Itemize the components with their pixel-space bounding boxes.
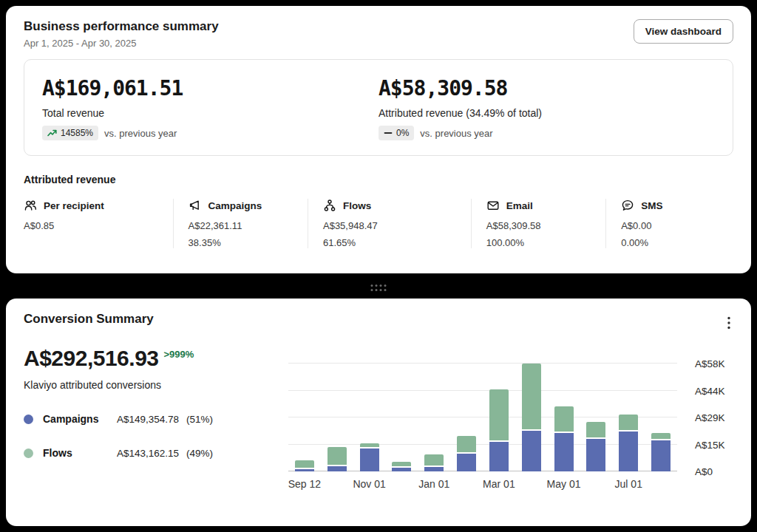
attributed-revenue-metric: A$58,309.58 Attributed revenue (34.49% o… — [378, 76, 715, 140]
attributed-revenue-change-badge: 0% — [378, 126, 414, 140]
flows-legend-dot — [24, 449, 33, 458]
flows-segment — [327, 447, 347, 466]
stacked-bar-5[interactable] — [450, 364, 483, 471]
y-axis-label: A$58K — [695, 358, 725, 369]
y-axis-label: A$29K — [695, 412, 725, 423]
kebab-menu-icon[interactable] — [724, 313, 733, 332]
flows-segment — [457, 436, 476, 454]
stat-value: A$35,948.47 — [323, 220, 461, 231]
stacked-bar-11[interactable] — [645, 364, 677, 471]
legend-label: Campaigns — [43, 413, 117, 425]
chat-bubble-icon — [621, 199, 634, 212]
conversions-subtitle: Klaviyo attributed conversions — [24, 379, 288, 391]
attributed-revenue-vs-text: vs. previous year — [420, 128, 492, 139]
stat-sms: SMS A$0.00 0.00% — [605, 199, 733, 248]
conversions-change: >999% — [164, 349, 194, 360]
date-range: Apr 1, 2025 - Apr 30, 2025 — [24, 38, 219, 49]
business-performance-card: Business performance summary Apr 1, 2025… — [6, 6, 751, 273]
legend-item-flows: Flows A$143,162.15 (49%) — [24, 447, 288, 459]
x-axis-label: Jan 01 — [418, 478, 449, 490]
conversions-total-value: A$292,516.93 — [24, 346, 159, 371]
stat-value: A$0.00 — [621, 220, 723, 231]
stat-label: Email — [506, 200, 533, 211]
flows-segment — [295, 460, 314, 469]
flows-segment — [522, 364, 541, 431]
stacked-bar-4[interactable] — [418, 364, 450, 471]
flows-segment — [619, 415, 638, 432]
flows-segment — [424, 454, 444, 466]
attributed-revenue-label: Attributed revenue (34.49% of total) — [378, 107, 715, 119]
attributed-revenue-change-value: 0% — [396, 128, 409, 138]
x-axis-label: Sep 12 — [288, 478, 321, 490]
people-icon — [24, 199, 37, 212]
stat-label: SMS — [641, 200, 662, 211]
stacked-bar-0[interactable] — [288, 364, 321, 471]
total-revenue-change-value: 14585% — [61, 128, 93, 138]
flows-segment — [586, 422, 605, 439]
stacked-bar-10[interactable] — [612, 364, 645, 471]
attributed-revenue-stats: Per recipient A$0.85 Campaigns A$22,361.… — [24, 199, 733, 248]
stat-value: A$58,309.58 — [486, 220, 595, 231]
stacked-bar-1[interactable] — [321, 364, 353, 471]
business-performance-title: Business performance summary — [24, 19, 219, 34]
stat-campaigns: Campaigns A$22,361.11 38.35% — [173, 199, 308, 248]
flat-dash-icon — [384, 129, 393, 137]
flows-segment — [489, 389, 509, 441]
stacked-bar-9[interactable] — [580, 364, 612, 471]
total-revenue-change-badge: 14585% — [42, 126, 98, 140]
flow-branch-icon — [323, 199, 336, 212]
campaigns-segment — [489, 442, 509, 471]
stat-percent: 38.35% — [189, 237, 297, 248]
chart-plot — [288, 358, 677, 471]
y-axis-label: A$0 — [695, 466, 713, 477]
stat-flows: Flows A$35,948.47 61.65% — [308, 199, 471, 248]
chart-legend: Campaigns A$149,354.78 (51%) Flows A$143… — [24, 413, 288, 459]
campaigns-segment — [360, 449, 379, 471]
x-axis-label: Nov 01 — [353, 478, 385, 490]
chart-x-labels: Sep 12Nov 01Jan 01Mar 01May 01Jul 01 — [288, 471, 677, 492]
stat-label: Flows — [343, 200, 371, 211]
campaigns-segment — [327, 466, 347, 471]
x-axis-label: May 01 — [547, 478, 581, 490]
envelope-icon — [486, 199, 500, 212]
stat-percent: 100.00% — [486, 237, 595, 248]
stacked-bar-7[interactable] — [515, 364, 548, 471]
drag-handle[interactable] — [371, 284, 387, 291]
campaigns-legend-dot — [24, 415, 33, 424]
legend-label: Flows — [43, 447, 117, 459]
campaigns-segment — [651, 440, 671, 471]
metrics-box: A$169,061.51 Total revenue 14585% vs. pr… — [24, 59, 733, 156]
total-revenue-label: Total revenue — [42, 107, 378, 119]
stat-email: Email A$58,309.58 100.00% — [471, 199, 605, 248]
legend-value: A$149,354.78 — [117, 414, 179, 425]
legend-value: A$143,162.15 — [117, 448, 179, 459]
stacked-bar-6[interactable] — [483, 364, 515, 471]
total-revenue-metric: A$169,061.51 Total revenue 14585% vs. pr… — [42, 76, 378, 140]
flows-segment — [554, 406, 574, 434]
stacked-bar-8[interactable] — [548, 364, 580, 471]
trend-up-icon — [47, 129, 57, 137]
view-dashboard-button[interactable]: View dashboard — [634, 19, 733, 44]
attributed-revenue-heading: Attributed revenue — [24, 174, 733, 185]
campaigns-segment — [457, 454, 476, 471]
campaigns-segment — [554, 433, 574, 471]
total-revenue-vs-text: vs. previous year — [104, 128, 177, 139]
stat-per-recipient: Per recipient A$0.85 — [24, 199, 173, 248]
stat-label: Per recipient — [44, 200, 104, 211]
stat-value: A$0.85 — [24, 220, 163, 231]
y-axis-label: A$15K — [695, 439, 725, 450]
stacked-bar-3[interactable] — [385, 364, 418, 471]
stat-percent: 0.00% — [621, 237, 723, 248]
legend-percent: (51%) — [186, 414, 213, 425]
campaigns-segment — [522, 431, 541, 471]
flows-segment — [651, 433, 671, 440]
conversions-chart: Sep 12Nov 01Jan 01Mar 01May 01Jul 01 A$0… — [288, 346, 733, 492]
stacked-bar-2[interactable] — [353, 364, 386, 471]
legend-percent: (49%) — [186, 448, 213, 459]
stat-value: A$22,361.11 — [189, 220, 297, 231]
campaigns-segment — [619, 432, 638, 471]
total-revenue-value: A$169,061.51 — [42, 76, 378, 100]
stat-label: Campaigns — [208, 200, 262, 211]
conversion-summary-card: Conversion Summary A$292,516.93 >999% Kl… — [6, 299, 751, 526]
y-axis-label: A$44K — [695, 385, 725, 396]
